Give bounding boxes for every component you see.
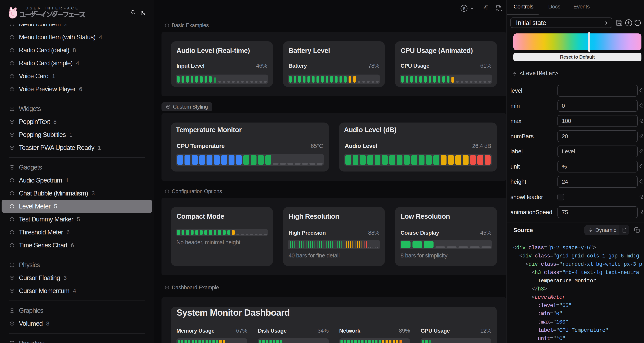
- svg-text:a: a: [463, 6, 466, 10]
